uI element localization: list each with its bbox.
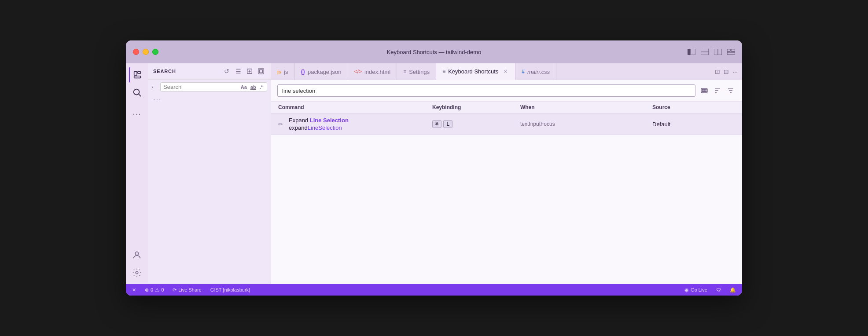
ks-tab-icon: ≡ (442, 68, 445, 74)
search-options: Aa ab .* (239, 84, 264, 90)
svg-point-12 (134, 89, 140, 95)
svg-rect-22 (702, 89, 703, 90)
key-cmd: ⌘ (432, 120, 441, 128)
tab-package-json[interactable]: {} package.json (295, 63, 348, 80)
activity-bar: ··· (126, 63, 148, 284)
svg-rect-20 (260, 70, 263, 73)
split-editor-icon[interactable] (714, 48, 722, 56)
status-notifications[interactable]: 🔔 (728, 284, 738, 296)
match-case-button[interactable]: Aa (239, 84, 248, 90)
ks-search-input-wrapper[interactable] (277, 84, 695, 97)
search-input[interactable] (163, 84, 238, 90)
sidebar-header: SEARCH ↺ ☰ (148, 63, 271, 80)
status-gist[interactable]: GIST [nikolasburk] (209, 284, 252, 296)
go-live-icon: ◉ (684, 287, 689, 293)
feedback-icon: 🗨 (716, 287, 721, 292)
search-chevron-icon[interactable]: › (151, 84, 158, 90)
when-cell: textInputFocus (520, 121, 652, 127)
svg-rect-8 (727, 52, 735, 55)
error-icon: ⊗ (145, 287, 149, 293)
warning-count: 0 (161, 287, 164, 292)
status-go-live[interactable]: ◉ Go Live (683, 284, 709, 296)
tab-index-html-label: index.html (364, 69, 390, 75)
svg-rect-24 (706, 89, 706, 90)
svg-rect-0 (688, 49, 690, 55)
status-errors[interactable]: ⊗ 0 ⚠ 0 (143, 284, 166, 296)
sort-icon[interactable] (712, 85, 723, 96)
clear-results-icon[interactable]: ☰ (234, 67, 243, 76)
settings-tab-icon: ≡ (403, 69, 406, 75)
sidebar-title: SEARCH (153, 69, 176, 74)
column-when: When (520, 104, 652, 110)
css-icon: # (522, 69, 525, 75)
tab-package-json-label: package.json (308, 69, 342, 75)
ks-search-input[interactable] (282, 88, 691, 94)
svg-rect-6 (727, 49, 730, 51)
column-source: Source (652, 104, 735, 110)
command-text: Expand Line Selection (289, 117, 432, 124)
command-id-highlight: LineSelection (308, 124, 342, 131)
svg-rect-9 (134, 72, 137, 75)
gist-label: GIST [nikolasburk] (210, 287, 250, 292)
sidebar-toolbar: ↺ ☰ (222, 67, 265, 76)
command-id: expandLineSelection (289, 124, 432, 131)
minimize-button[interactable] (143, 49, 149, 55)
activity-explorer[interactable] (129, 67, 145, 83)
activity-search[interactable] (129, 84, 145, 100)
js-icon: js (277, 69, 281, 74)
live-share-icon: ⟳ (173, 287, 177, 293)
collapse-all-icon[interactable] (257, 67, 265, 76)
editor-area: js js {} package.json </> index.html ≡ S… (271, 63, 742, 284)
activity-account[interactable] (129, 247, 145, 263)
tab-keyboard-shortcuts[interactable]: ≡ Keyboard Shortcuts × (436, 63, 515, 80)
source-cell: Default (652, 121, 735, 128)
editor-layout-icon[interactable] (701, 48, 709, 56)
use-regex-button[interactable]: .* (258, 84, 264, 90)
customize-layout-icon[interactable] (727, 48, 735, 56)
svg-rect-7 (731, 49, 735, 51)
search-input-wrapper[interactable]: Aa ab .* (160, 82, 267, 91)
svg-rect-25 (702, 91, 706, 92)
split-down-icon[interactable]: ⊟ (724, 68, 729, 75)
table-row: ✏ Expand Line Selection expandLineSelect… (271, 113, 742, 135)
tab-settings[interactable]: ≡ Settings (397, 63, 436, 80)
record-keys-icon[interactable] (699, 85, 710, 96)
status-live-share[interactable]: ⟳ Live Share (171, 284, 203, 296)
tab-main-css-label: main.css (527, 69, 550, 75)
title-bar: Keyboard Shortcuts — tailwind-demo (126, 40, 742, 63)
svg-rect-11 (138, 72, 140, 74)
activity-settings[interactable] (129, 265, 145, 281)
status-feedback[interactable]: 🗨 (714, 284, 723, 296)
main-area: ··· SEARCH ↺ ☰ (126, 63, 742, 284)
filter-icon[interactable] (725, 85, 736, 96)
close-button[interactable] (133, 49, 139, 55)
tab-js-label: js (284, 69, 288, 75)
close-icon: ✕ (132, 287, 136, 293)
svg-point-15 (136, 271, 138, 274)
status-close[interactable]: ✕ (130, 284, 138, 296)
command-id-prefix: expand (289, 124, 308, 131)
tab-bar-end: ⊡ ⊟ ··· (710, 68, 742, 75)
traffic-lights (133, 49, 158, 55)
tab-settings-label: Settings (409, 69, 430, 75)
more-tabs-icon[interactable]: ··· (732, 68, 738, 75)
tab-index-html[interactable]: </> index.html (348, 63, 397, 80)
status-bar: ✕ ⊗ 0 ⚠ 0 ⟳ Live Share GIST [nikolasburk… (126, 284, 742, 296)
more-actions-label[interactable]: ··· (148, 94, 271, 106)
match-word-button[interactable]: ab (249, 84, 257, 90)
refresh-icon[interactable]: ↺ (222, 67, 231, 76)
split-right-icon[interactable]: ⊡ (715, 68, 720, 75)
open-new-editor-icon[interactable] (245, 67, 254, 76)
sidebar-toggle-icon[interactable] (688, 48, 695, 56)
tab-main-css[interactable]: # main.css (515, 63, 556, 80)
activity-more[interactable]: ··· (129, 106, 145, 121)
command-highlight: Line Selection (310, 117, 349, 124)
row-edit-icon[interactable]: ✏ (278, 121, 289, 128)
tab-close-icon[interactable]: × (502, 68, 509, 75)
maximize-button[interactable] (152, 49, 158, 55)
tab-js[interactable]: js js (271, 63, 295, 80)
html-icon: </> (354, 69, 362, 75)
svg-point-14 (135, 252, 138, 255)
warning-icon: ⚠ (155, 287, 159, 293)
vscode-window: Keyboard Shortcuts — tailwind-demo (126, 40, 742, 296)
